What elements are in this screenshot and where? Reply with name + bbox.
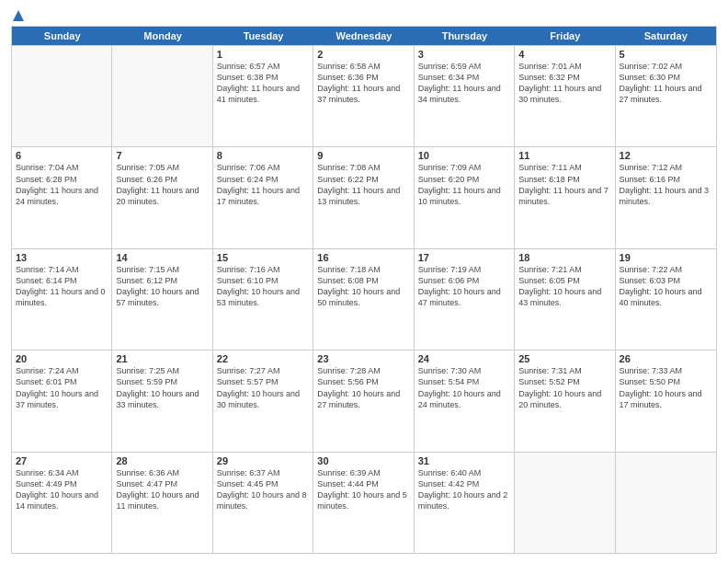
day-info: Sunrise: 7:01 AM Sunset: 6:32 PM Dayligh… — [518, 61, 610, 106]
day-info: Sunrise: 7:08 AM Sunset: 6:22 PM Dayligh… — [317, 162, 409, 207]
day-info: Sunrise: 7:27 AM Sunset: 5:57 PM Dayligh… — [217, 365, 309, 410]
day-info: Sunrise: 7:11 AM Sunset: 6:18 PM Dayligh… — [518, 162, 610, 207]
table-row — [12, 46, 112, 146]
day-number: 7 — [116, 150, 208, 161]
day-number: 16 — [317, 252, 409, 263]
day-number: 30 — [317, 455, 409, 466]
day-info: Sunrise: 7:12 AM Sunset: 6:16 PM Dayligh… — [620, 162, 712, 207]
table-row: 12Sunrise: 7:12 AM Sunset: 6:16 PM Dayli… — [616, 147, 716, 247]
table-row: 18Sunrise: 7:21 AM Sunset: 6:05 PM Dayli… — [515, 249, 615, 350]
day-number: 26 — [620, 353, 712, 364]
day-info: Sunrise: 6:57 AM Sunset: 6:38 PM Dayligh… — [217, 61, 309, 106]
table-row: 28Sunrise: 6:36 AM Sunset: 4:47 PM Dayli… — [112, 453, 212, 553]
table-row: 26Sunrise: 7:33 AM Sunset: 5:50 PM Dayli… — [616, 350, 716, 451]
table-row: 11Sunrise: 7:11 AM Sunset: 6:18 PM Dayli… — [515, 147, 615, 247]
day-number: 20 — [16, 353, 108, 364]
day-info: Sunrise: 7:21 AM Sunset: 6:05 PM Dayligh… — [518, 264, 610, 309]
day-number: 25 — [518, 353, 610, 364]
table-row: 7Sunrise: 7:05 AM Sunset: 6:26 PM Daylig… — [112, 147, 212, 247]
day-info: Sunrise: 7:02 AM Sunset: 6:30 PM Dayligh… — [620, 61, 712, 106]
day-number: 17 — [418, 252, 510, 263]
day-info: Sunrise: 7:19 AM Sunset: 6:06 PM Dayligh… — [418, 264, 510, 309]
day-number: 28 — [116, 455, 208, 466]
day-info: Sunrise: 6:34 AM Sunset: 4:49 PM Dayligh… — [16, 467, 108, 512]
table-row — [616, 453, 716, 553]
calendar-body: 1Sunrise: 6:57 AM Sunset: 6:38 PM Daylig… — [12, 45, 716, 553]
day-number: 18 — [518, 252, 610, 263]
table-row: 24Sunrise: 7:30 AM Sunset: 5:54 PM Dayli… — [415, 350, 515, 451]
logo-triangle-icon — [12, 9, 25, 22]
day-info: Sunrise: 7:25 AM Sunset: 5:59 PM Dayligh… — [116, 365, 208, 410]
day-number: 10 — [418, 150, 510, 161]
table-row: 17Sunrise: 7:19 AM Sunset: 6:06 PM Dayli… — [415, 249, 515, 350]
day-info: Sunrise: 7:30 AM Sunset: 5:54 PM Dayligh… — [418, 365, 510, 410]
day-number: 14 — [116, 252, 208, 263]
day-number: 5 — [620, 49, 712, 60]
table-row: 15Sunrise: 7:16 AM Sunset: 6:10 PM Dayli… — [213, 249, 313, 350]
day-info: Sunrise: 7:33 AM Sunset: 5:50 PM Dayligh… — [620, 365, 712, 410]
table-row: 10Sunrise: 7:09 AM Sunset: 6:20 PM Dayli… — [415, 147, 515, 247]
calendar-row: 27Sunrise: 6:34 AM Sunset: 4:49 PM Dayli… — [12, 452, 716, 553]
day-number: 2 — [317, 49, 409, 60]
table-row: 23Sunrise: 7:28 AM Sunset: 5:56 PM Dayli… — [313, 350, 414, 451]
header-saturday: Saturday — [616, 27, 716, 45]
day-info: Sunrise: 7:09 AM Sunset: 6:20 PM Dayligh… — [418, 162, 510, 207]
table-row: 1Sunrise: 6:57 AM Sunset: 6:38 PM Daylig… — [213, 46, 313, 146]
header-thursday: Thursday — [415, 27, 515, 45]
table-row: 31Sunrise: 6:40 AM Sunset: 4:42 PM Dayli… — [415, 453, 515, 553]
calendar-row: 20Sunrise: 7:24 AM Sunset: 6:01 PM Dayli… — [12, 350, 716, 451]
day-number: 19 — [620, 252, 712, 263]
table-row — [112, 46, 212, 146]
table-row: 25Sunrise: 7:31 AM Sunset: 5:52 PM Dayli… — [515, 350, 615, 451]
day-info: Sunrise: 6:40 AM Sunset: 4:42 PM Dayligh… — [418, 467, 510, 512]
table-row: 9Sunrise: 7:08 AM Sunset: 6:22 PM Daylig… — [313, 147, 414, 247]
table-row: 4Sunrise: 7:01 AM Sunset: 6:32 PM Daylig… — [515, 46, 615, 146]
logo — [11, 9, 26, 18]
calendar-header: Sunday Monday Tuesday Wednesday Thursday… — [12, 27, 716, 45]
day-number: 29 — [217, 455, 309, 466]
table-row: 22Sunrise: 7:27 AM Sunset: 5:57 PM Dayli… — [213, 350, 313, 451]
day-number: 1 — [217, 49, 309, 60]
header-sunday: Sunday — [12, 27, 112, 45]
day-info: Sunrise: 7:14 AM Sunset: 6:14 PM Dayligh… — [16, 264, 108, 309]
header-friday: Friday — [515, 27, 615, 45]
day-info: Sunrise: 7:16 AM Sunset: 6:10 PM Dayligh… — [217, 264, 309, 309]
day-number: 15 — [217, 252, 309, 263]
day-number: 22 — [217, 353, 309, 364]
table-row: 20Sunrise: 7:24 AM Sunset: 6:01 PM Dayli… — [12, 350, 112, 451]
calendar-row: 13Sunrise: 7:14 AM Sunset: 6:14 PM Dayli… — [12, 248, 716, 350]
table-row: 8Sunrise: 7:06 AM Sunset: 6:24 PM Daylig… — [213, 147, 313, 247]
table-row — [515, 453, 615, 553]
day-number: 31 — [418, 455, 510, 466]
day-number: 24 — [418, 353, 510, 364]
calendar: Sunday Monday Tuesday Wednesday Thursday… — [11, 26, 717, 554]
table-row: 30Sunrise: 6:39 AM Sunset: 4:44 PM Dayli… — [313, 453, 414, 553]
day-number: 3 — [418, 49, 510, 60]
day-info: Sunrise: 6:37 AM Sunset: 4:45 PM Dayligh… — [217, 467, 309, 512]
header-monday: Monday — [112, 27, 212, 45]
day-number: 8 — [217, 150, 309, 161]
day-info: Sunrise: 7:28 AM Sunset: 5:56 PM Dayligh… — [317, 365, 409, 410]
day-info: Sunrise: 7:24 AM Sunset: 6:01 PM Dayligh… — [16, 365, 108, 410]
day-number: 13 — [16, 252, 108, 263]
day-info: Sunrise: 7:15 AM Sunset: 6:12 PM Dayligh… — [116, 264, 208, 309]
header-wednesday: Wednesday — [313, 27, 414, 45]
svg-marker-0 — [13, 10, 24, 21]
table-row: 2Sunrise: 6:58 AM Sunset: 6:36 PM Daylig… — [313, 46, 414, 146]
day-info: Sunrise: 7:18 AM Sunset: 6:08 PM Dayligh… — [317, 264, 409, 309]
day-number: 27 — [16, 455, 108, 466]
day-number: 4 — [518, 49, 610, 60]
day-info: Sunrise: 6:59 AM Sunset: 6:34 PM Dayligh… — [418, 61, 510, 106]
table-row: 14Sunrise: 7:15 AM Sunset: 6:12 PM Dayli… — [112, 249, 212, 350]
day-info: Sunrise: 7:05 AM Sunset: 6:26 PM Dayligh… — [116, 162, 208, 207]
table-row: 21Sunrise: 7:25 AM Sunset: 5:59 PM Dayli… — [112, 350, 212, 451]
day-info: Sunrise: 7:22 AM Sunset: 6:03 PM Dayligh… — [620, 264, 712, 309]
day-number: 12 — [620, 150, 712, 161]
page-header — [11, 9, 717, 18]
table-row: 29Sunrise: 6:37 AM Sunset: 4:45 PM Dayli… — [213, 453, 313, 553]
table-row: 5Sunrise: 7:02 AM Sunset: 6:30 PM Daylig… — [616, 46, 716, 146]
table-row: 16Sunrise: 7:18 AM Sunset: 6:08 PM Dayli… — [313, 249, 414, 350]
day-number: 6 — [16, 150, 108, 161]
day-number: 11 — [518, 150, 610, 161]
day-number: 9 — [317, 150, 409, 161]
